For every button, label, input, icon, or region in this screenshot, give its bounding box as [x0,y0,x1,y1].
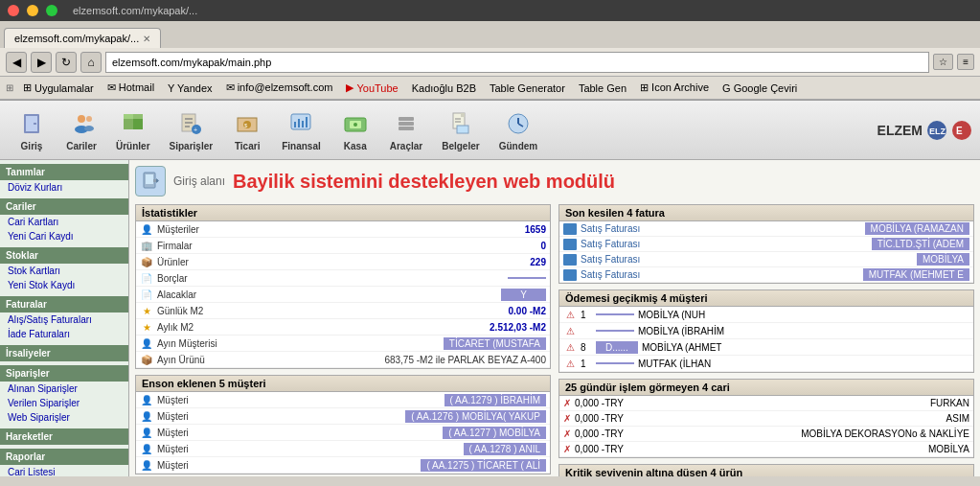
gecikmiş-row-0[interactable]: ⚠ 1 MOBİLYA (NUH [559,307,973,323]
section-title-siparisler: Siparişler [0,365,128,382]
bookmark-kadioglu[interactable]: Kadıoğlu B2B [408,81,480,96]
gecikmiş-row-1[interactable]: ⚠ MOBİLYA (İBRAHİM [559,323,973,339]
bookmark-tablegen[interactable]: Table Gen [575,81,630,96]
sidebar-item-cari-kartlari[interactable]: Cari Kartları [0,215,128,229]
stat-gunluk[interactable]: ★ Günlük M2 0.00 -M2 [136,303,550,319]
sidebar-item-iade[interactable]: İade Faturaları [0,327,128,341]
right-column: Son kesilen 4 fatura Satış Faturası MOBİ… [558,204,974,476]
bookmark-yandex[interactable]: Y Yandex [164,81,217,96]
fatura-row-1[interactable]: Satış Faturası TİC.LTD.ŞTİ (ADEM [559,237,973,252]
brand: ELZEM ELZ E [877,120,972,141]
islem-row-2[interactable]: ✗ 0,000 -TRY MOBİLYA DEKORASYONo & NAKLİ… [559,427,973,442]
sidebar-section-faturalar: Faturalar Alış/Satış Faturaları İade Fat… [0,296,128,341]
bookmark-uygulamalar[interactable]: ⊞Uygulamalar [19,80,98,96]
toolbar-giris[interactable]: Giriş [8,104,56,156]
fatura-row-0[interactable]: Satış Faturası MOBİLYA (RAMAZAN [559,221,973,237]
toolbar-siparisler[interactable]: + Siparişler [161,104,222,156]
bookmark-info[interactable]: ✉ info@elzemsoft.com [222,80,337,96]
x-icon-3: ✗ [563,444,571,454]
fatura-row-2[interactable]: Satış Faturası MOBİLYA [559,252,973,267]
bookmark-hotmail[interactable]: ✉ Hotmail [103,80,158,96]
stat-musteriler[interactable]: 👤 Müşteriler 1659 [136,221,550,238]
stat-ayin-urunu[interactable]: 📦 Ayın Ürünü 683,75 -M2 ile PARLAK BEYAZ… [136,352,550,368]
x-icon-0: ✗ [563,398,571,408]
sidebar-item-cari-listesi[interactable]: Cari Listesi [0,465,128,476]
warning-icon-3: ⚠ [563,357,577,370]
refresh-button[interactable]: ↻ [56,52,77,73]
fatura-row-3[interactable]: Satış Faturası MUTFAK (MEHMET E [559,267,973,283]
stat-firmalar[interactable]: 🏢 Firmalar 0 [136,238,550,254]
svg-text:ELZ: ELZ [929,127,946,136]
toolbar-cariler[interactable]: Cariler [57,104,105,156]
gecikmiş-row-3[interactable]: ⚠ 1 MUTFAK (İLHAN [559,356,973,372]
app-container: Giriş Cariler Ür [0,101,980,476]
sidebar-item-yeni-cari[interactable]: Yeni Cari Kaydı [0,229,128,243]
sidebar-item-web[interactable]: Web Siparişler [0,410,128,425]
gecikmiş-bar-1 [596,330,634,332]
section-title-tanimlar: Tanımlar [0,164,128,180]
settings-icon[interactable]: ≡ [957,54,974,70]
bookmark-google[interactable]: G Google Çeviri [718,81,801,96]
stat-ayin-musterisi[interactable]: 👤 Ayın Müşterisi TİCARET (MUSTAFA [136,336,550,352]
bookmark-iconarchive[interactable]: ⊞ Icon Archive [636,80,713,96]
sidebar-item-stok-kartlari[interactable]: Stok Kartları [0,264,128,278]
stat-aylik[interactable]: ★ Aylık M2 2.512,03 -M2 [136,319,550,336]
toolbar-urunler-label: Ürünler [116,141,150,151]
sidebar-item-verilen[interactable]: Verilen Siparişler [0,396,128,410]
gecikmiş-row-2[interactable]: ⚠ 8 D...... MOBİLYA (AHMET [559,339,973,356]
toolbar-cariler-label: Cariler [66,141,97,151]
gecikmiş-bar-3 [596,362,634,364]
orders-icon: + [175,108,206,139]
toolbar-belgeler-label: Belgeler [442,141,479,151]
tools-icon [391,108,422,139]
fatura-val-3: MUTFAK (MEHMET E [863,268,969,281]
odemesi-gecikmiş-header: Ödemesi geçikmiş 4 müşteri [559,290,973,307]
toolbar-finansal[interactable]: Finansal [273,104,330,156]
kritik-box: Kritik seviyenin altına düşen 4 ürün ▼ -… [558,464,974,476]
eklened-row-3[interactable]: 👤 Müşteri ( AA.1278 ) ANIL [136,441,550,457]
close-btn[interactable] [8,5,19,16]
maximize-btn[interactable] [46,5,57,16]
borclar-bar [508,277,546,279]
trade-icon: $ [232,108,262,139]
bookmark-tablegenerator[interactable]: Table Generator [486,81,569,96]
minimize-btn[interactable] [27,5,38,16]
eklened-row-4[interactable]: 👤 Müşteri ( AA.1275 ) TİCARET ( ALİ [136,457,550,474]
fatura-icon-0 [563,223,577,235]
login-area: Giriş alanı Bayilik sistemini destekleye… [135,166,974,197]
sidebar-item-alis-satis[interactable]: Alış/Satış Faturaları [0,312,128,327]
toolbar-kasa[interactable]: Kasa [331,104,379,156]
islem-row-0[interactable]: ✗ 0,000 -TRY FURKAN [559,396,973,411]
sidebar-item-yeni-stok[interactable]: Yeni Stok Kaydı [0,278,128,292]
stat-alacaklar[interactable]: 📄 Alacaklar Y [136,287,550,303]
bookmark-youtube[interactable]: ▶ YouTube [342,80,401,96]
eklenen-row-2[interactable]: 👤 Müşteri ( AA.1277 ) MOBİLYA [136,425,550,441]
tab-close-btn[interactable]: ✕ [143,34,150,44]
sidebar-item-doviz[interactable]: Döviz Kurları [0,180,128,195]
toolbar-araclar[interactable]: Araçlar [381,104,431,156]
toolbar-belgeler[interactable]: Belgeler [433,104,488,156]
eklenen-row-0[interactable]: 👤 Müşteri ( AA.1279 ) İBRAHİM [136,392,550,408]
browser-tab[interactable]: elzemsoft.com/mykapak/... ✕ [4,28,161,48]
toolbar-ticari[interactable]: $ Ticari [223,104,271,156]
finance-icon [285,108,316,139]
svg-rect-30 [399,127,414,130]
fatura-val-1: TİC.LTD.ŞTİ (ADEM [872,238,969,250]
home-button[interactable]: ⌂ [80,52,102,73]
toolbar-gundem[interactable]: Gündem [490,104,547,156]
sidebar-item-alinan[interactable]: Alınan Siparişler [0,382,128,396]
istatistikler-header: İstatistikler [136,205,550,221]
stat-borclar[interactable]: 📄 Borçlar [136,270,550,287]
stat-urunler[interactable]: 📦 Ürünler 229 [136,254,550,270]
eklenen-row-1[interactable]: 👤 Müşteri ( AA.1276 ) MOBİLYA( YAKUP [136,408,550,425]
toolbar-urunler[interactable]: Ürünler [107,104,159,156]
islem-row-3[interactable]: ✗ 0,000 -TRY MOBİLYA [559,442,973,457]
star-icon[interactable]: ☆ [933,54,953,70]
address-bar[interactable] [105,52,929,73]
star2-icon: ★ [140,320,153,334]
islem-row-1[interactable]: ✗ 0,000 -TRY ASIM [559,411,973,427]
back-button[interactable]: ◀ [6,52,27,73]
forward-button[interactable]: ▶ [31,52,52,73]
islem-gormeyen-box: 25 gündür işlem görmeyen 4 cari ✗ 0,000 … [558,379,974,458]
islem-name-2: MOBİLYA DEKORASYONo & NAKLİYE [801,428,969,439]
